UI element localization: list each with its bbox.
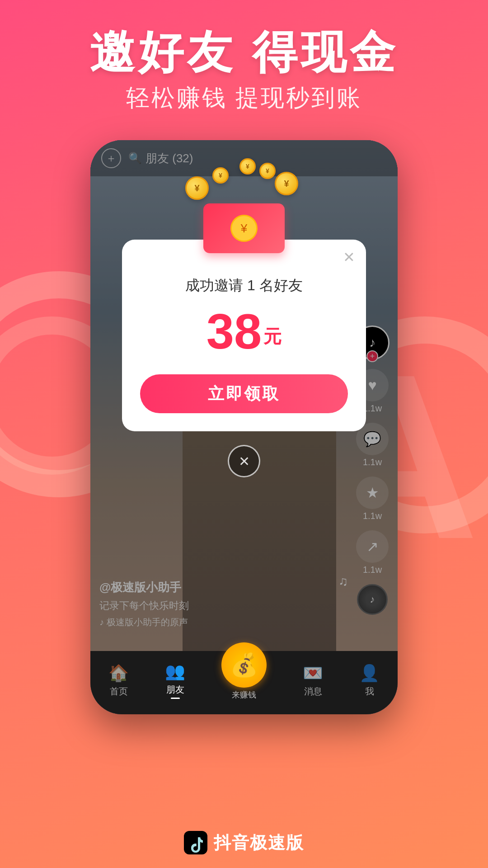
nav-label-earn: 来赚钱 — [232, 689, 256, 700]
dismiss-icon: ✕ — [239, 453, 250, 469]
nav-label-friends: 朋友 — [166, 684, 184, 699]
coin-4: ¥ — [259, 163, 276, 179]
tiktok-logo-icon — [184, 831, 207, 854]
messages-icon: 💌 — [303, 664, 323, 683]
coin-1: ¥ — [185, 176, 209, 200]
nav-item-messages[interactable]: 💌 消息 — [303, 664, 323, 698]
earn-icon: 💰 — [221, 642, 267, 688]
nav-label-profile: 我 — [365, 685, 374, 698]
red-packet: ¥ — [203, 203, 285, 253]
header-subtitle: 轻松赚钱 提现秒到账 — [0, 82, 488, 114]
claim-button[interactable]: 立即领取 — [140, 374, 348, 413]
reward-unit: 元 — [263, 324, 282, 349]
coin-5: ¥ — [239, 158, 256, 175]
dismiss-button[interactable]: ✕ — [228, 445, 260, 477]
bottom-brand: 抖音极速版 — [0, 831, 488, 854]
friends-icon: 👥 — [165, 662, 185, 681]
nav-item-earn[interactable]: 💰 来赚钱 — [221, 642, 267, 700]
bottom-nav: 🏠 首页 👥 朋友 💰 来赚钱 💌 消息 👤 我 — [90, 651, 398, 714]
reward-amount: 38 — [206, 307, 262, 356]
header: 邀好友 得现金 轻松赚钱 提现秒到账 — [0, 27, 488, 114]
nav-item-home[interactable]: 🏠 首页 — [108, 664, 129, 698]
reward-popup-card: ¥ ¥ ¥ ¥ ¥ ¥ ✕ 成功邀请 1 名好友 38 元 — [122, 240, 366, 431]
nav-item-friends[interactable]: 👥 朋友 — [165, 662, 185, 699]
nav-label-messages: 消息 — [304, 685, 322, 698]
brand-name: 抖音极速版 — [214, 831, 304, 854]
phone-mockup: ＋ 🔍 朋友 (32) ♪ + — [90, 140, 398, 714]
coin-2: ¥ — [212, 167, 229, 184]
profile-icon: 👤 — [359, 664, 380, 683]
phone-frame: ＋ 🔍 朋友 (32) ♪ + — [90, 140, 398, 714]
nav-item-profile[interactable]: 👤 我 — [359, 664, 380, 698]
popup-coins-decoration: ¥ ¥ ¥ ¥ ¥ ¥ — [176, 194, 312, 253]
phone-screen: ＋ 🔍 朋友 (32) ♪ + — [90, 140, 398, 714]
popup-close-button[interactable]: ✕ — [343, 249, 355, 266]
coin-3: ¥ — [275, 172, 298, 195]
popup-overlay: ¥ ¥ ¥ ¥ ¥ ¥ ✕ 成功邀请 1 名好友 38 元 — [90, 140, 398, 714]
home-icon: 🏠 — [108, 664, 129, 683]
popup-amount-row: 38 元 — [140, 307, 348, 356]
nav-label-home: 首页 — [110, 685, 128, 698]
popup-title: 成功邀请 1 名好友 — [140, 276, 348, 296]
red-packet-emblem: ¥ — [230, 215, 258, 242]
header-title: 邀好友 得现金 — [0, 27, 488, 77]
